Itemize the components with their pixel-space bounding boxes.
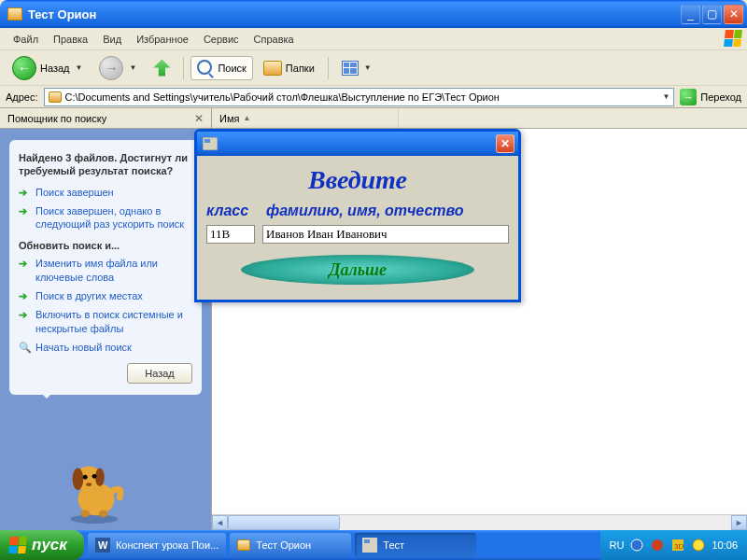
back-arrow-icon: ← — [12, 56, 36, 80]
svg-rect-11 — [204, 139, 210, 143]
tray-icon[interactable] — [650, 538, 665, 553]
start-button[interactable]: пуск — [0, 530, 84, 560]
tray-icon[interactable] — [629, 538, 644, 553]
forward-button[interactable]: → ▼ — [92, 52, 143, 84]
search-panel: Найдено 3 файлов. Достигнут ли требуемый… — [9, 140, 202, 395]
column-name[interactable]: Имя▲ — [212, 108, 399, 128]
tray-icon[interactable]: 3D — [670, 538, 685, 553]
scroll-left-button[interactable]: ◄ — [212, 515, 228, 530]
sidebar-close-button[interactable]: ✕ — [194, 112, 204, 125]
separator — [183, 57, 184, 79]
tray-icon[interactable] — [691, 538, 706, 553]
windows-logo-icon — [8, 537, 27, 553]
panel-back-button[interactable]: Назад — [127, 363, 192, 384]
svg-text:W: W — [98, 539, 108, 551]
svg-point-16 — [631, 539, 642, 551]
search-label: Поиск — [218, 63, 246, 74]
search-button[interactable]: Поиск — [190, 56, 252, 80]
close-button[interactable]: ✕ — [724, 5, 743, 24]
taskbar-item-folder[interactable]: Тест Орион — [230, 533, 351, 557]
menu-edit[interactable]: Правка — [46, 31, 95, 48]
folder-icon — [237, 539, 250, 551]
folder-icon — [263, 61, 282, 76]
window-title: Тест Орион — [28, 7, 681, 21]
address-input[interactable]: C:\Documents and Settings\учитель\Рабочи… — [44, 88, 675, 106]
search-icon: 🔍 — [19, 341, 30, 352]
chevron-down-icon: ▼ — [364, 63, 372, 72]
dialog-heading: Введите — [206, 165, 509, 195]
word-icon: W — [95, 538, 110, 553]
taskbar-item-word[interactable]: W Конспект урока Пои... — [88, 533, 226, 557]
menu-file[interactable]: Файл — [6, 31, 46, 48]
address-bar: Адрес: C:\Documents and Settings\учитель… — [0, 86, 747, 108]
scroll-right-button[interactable]: ► — [731, 515, 747, 530]
panel-heading: Найдено 3 файлов. Достигнут ли требуемый… — [19, 151, 192, 178]
arrow-icon: ➔ — [19, 289, 30, 301]
fio-input[interactable] — [262, 225, 509, 244]
input-dialog: ✕ Введите класс фамилию, имя, отчество Д… — [194, 129, 521, 302]
svg-point-20 — [693, 539, 704, 551]
windows-flag-icon — [725, 30, 743, 49]
search-sidebar: Помощник по поиску ✕ Найдено 3 файлов. Д… — [0, 108, 212, 530]
svg-point-6 — [92, 474, 97, 479]
column-headers: Имя▲ — [212, 108, 747, 129]
chevron-down-icon: ▼ — [129, 63, 136, 72]
menu-help[interactable]: Справка — [247, 31, 302, 48]
option-change-keywords[interactable]: ➔Изменить имя файла или ключевые слова — [19, 257, 192, 284]
dialog-close-button[interactable]: ✕ — [496, 134, 514, 153]
svg-point-8 — [80, 510, 90, 517]
menu-view[interactable]: Вид — [95, 31, 129, 48]
chevron-down-icon: ▼ — [76, 63, 83, 72]
option-new-search[interactable]: 🔍Начать новый поиск — [19, 341, 192, 354]
go-label: Переход — [700, 91, 741, 103]
views-button[interactable]: ▼ — [335, 57, 378, 79]
back-button[interactable]: ← Назад ▼ — [6, 52, 89, 84]
minimize-button[interactable]: _ — [681, 5, 700, 24]
scroll-thumb[interactable] — [228, 515, 340, 530]
toolbar: ← Назад ▼ → ▼ Поиск Папки ▼ — [0, 50, 747, 86]
start-label: пуск — [32, 536, 67, 554]
menu-tools[interactable]: Сервис — [196, 31, 247, 48]
option-label: Начать новый поиск — [35, 341, 132, 354]
svg-text:3D: 3D — [674, 542, 684, 551]
up-button[interactable] — [147, 56, 176, 80]
address-label: Адрес: — [6, 91, 38, 103]
horizontal-scrollbar[interactable]: ◄ ► — [212, 514, 747, 530]
folders-button[interactable]: Папки — [257, 57, 321, 79]
class-label: класс — [206, 203, 266, 219]
clock[interactable]: 10:06 — [712, 539, 738, 551]
option-search-done-faster[interactable]: ➔Поиск завершен, однако в следующий раз … — [19, 204, 192, 231]
maximize-button[interactable]: ▢ — [702, 5, 722, 24]
class-input[interactable] — [206, 225, 255, 244]
arrow-icon: ➔ — [19, 204, 30, 216]
svg-point-4 — [95, 469, 105, 487]
menu-favorites[interactable]: Избранное — [129, 31, 196, 48]
column-label: Имя — [219, 113, 239, 124]
go-button[interactable]: → Переход — [680, 89, 741, 105]
folders-label: Папки — [286, 63, 315, 74]
svg-point-17 — [652, 539, 663, 551]
dialog-titlebar[interactable]: ✕ — [197, 132, 518, 156]
next-button[interactable]: Дальше — [241, 255, 474, 285]
separator — [328, 57, 329, 79]
sidebar-header: Помощник по поиску ✕ — [0, 108, 211, 129]
arrow-icon: ➔ — [19, 257, 30, 268]
option-search-done[interactable]: ➔Поиск завершен — [19, 186, 192, 199]
svg-point-9 — [99, 510, 108, 517]
menu-bar: Файл Правка Вид Избранное Сервис Справка — [0, 28, 747, 50]
option-include-system[interactable]: ➔Включить в поиск системные и нескрытые … — [19, 308, 192, 335]
svg-point-7 — [86, 483, 92, 486]
svg-rect-15 — [364, 539, 370, 543]
option-search-elsewhere[interactable]: ➔Поиск в других местах — [19, 289, 192, 302]
search-dog-icon — [58, 452, 131, 525]
arrow-icon: ➔ — [19, 308, 30, 319]
sort-asc-icon: ▲ — [243, 114, 250, 122]
option-label: Включить в поиск системные и нескрытые ф… — [35, 308, 192, 335]
option-label: Поиск в других местах — [35, 289, 143, 302]
up-arrow-icon — [153, 60, 170, 77]
address-path: C:\Documents and Settings\учитель\Рабочи… — [65, 91, 657, 103]
chevron-down-icon[interactable]: ▼ — [662, 92, 669, 101]
taskbar-item-test[interactable]: Тест — [355, 533, 476, 557]
forward-arrow-icon: → — [99, 56, 123, 80]
language-indicator[interactable]: RU — [610, 539, 625, 551]
